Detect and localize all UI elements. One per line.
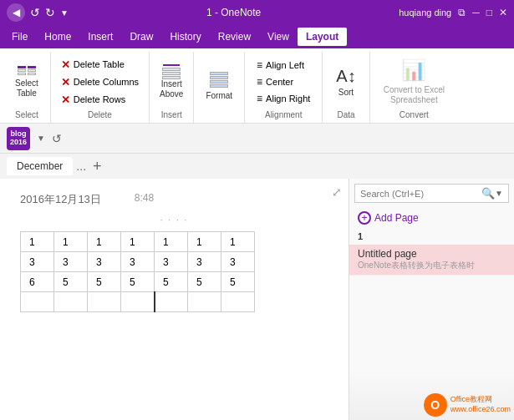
search-input[interactable] [360,189,481,199]
notebook-dropdown-arrow[interactable]: ▼ [37,134,45,143]
tabs-area: December ... + [0,154,514,179]
minimize-button[interactable]: ─ [472,7,480,18]
sort-az-icon: A↕ [336,67,355,85]
delete-rows-x-icon: ✕ [61,94,70,106]
undo-icon[interactable]: ↺ [30,6,40,19]
delete-rows-button[interactable]: ✕ Delete Rows [58,92,142,108]
select-group-content: SelectTable [10,55,43,109]
delete-columns-button[interactable]: ✕ Delete Columns [58,74,142,90]
delete-group-items: ✕ Delete Table ✕ Delete Columns ✕ Delete… [58,57,142,108]
table-cell[interactable]: 3 [21,252,54,272]
alignment-group-label: Alignment [265,109,302,119]
search-bar: 🔍 ▼ [354,184,509,203]
date-time-row: 2016年12月13日 8:48 [7,185,342,215]
select-table-button[interactable]: SelectTable [10,63,43,102]
menu-layout[interactable]: Layout [298,28,347,46]
add-circle-icon: + [358,211,371,225]
table-cell[interactable] [188,292,221,312]
table-cell[interactable]: 5 [121,272,155,292]
format-group-content: Format [201,55,237,118]
menu-insert[interactable]: Insert [79,28,121,46]
table-cell[interactable]: 1 [221,232,255,252]
search-dropdown-arrow[interactable]: ▼ [495,189,503,198]
add-page-button[interactable]: + Add Page [349,208,514,228]
add-tab-button[interactable]: + [93,158,102,175]
december-tab[interactable]: December [7,157,73,175]
table-cell[interactable]: 5 [188,272,221,292]
menu-draw[interactable]: Draw [121,28,161,46]
align-center-icon: ≡ [257,76,262,88]
insert-above-label: InsertAbove [160,79,183,99]
notebook-label: blog2016 [10,130,27,147]
table-cell[interactable]: 1 [155,232,188,252]
format-label: Format [206,91,232,101]
table-cell[interactable] [88,292,121,312]
table-cell[interactable]: 3 [121,252,155,272]
delete-columns-label: Delete Columns [74,77,139,87]
convert-to-excel-button[interactable]: 📊 Convert to ExcelSpreadsheet [377,55,451,109]
align-right-button[interactable]: ≡ Align Right [252,91,315,106]
table-cell[interactable]: 3 [88,252,121,272]
table-cell[interactable]: 1 [54,232,88,252]
page-title: Untitled page [358,248,506,260]
table-cell[interactable] [221,292,255,312]
convert-group-label: Convert [399,109,429,119]
right-panel: 🔍 ▼ + Add Page 1 Untitled page OneNote表格… [349,179,514,420]
quick-access-dropdown[interactable]: ▼ [60,8,69,18]
add-page-label: Add Page [374,212,419,224]
menu-view[interactable]: View [259,28,298,46]
title-bar-left: ◀ ↺ ↻ ▼ [7,3,69,22]
window-box-icon[interactable]: ⧉ [458,7,466,18]
table-cell[interactable]: 6 [21,272,54,292]
page-table[interactable]: 111111133333336555555 [20,231,255,312]
table-cell[interactable]: 1 [88,232,121,252]
main-content: ⤢ 2016年12月13日 8:48 · · · · 1111111333333… [0,179,514,420]
undo-notebook-icon[interactable]: ↺ [52,132,62,145]
delete-group-content: ✕ Delete Table ✕ Delete Columns ✕ Delete… [58,55,142,109]
table-cell[interactable]: 5 [54,272,88,292]
table-cell[interactable]: 1 [121,232,155,252]
delete-rows-label: Delete Rows [74,94,125,104]
expand-icon[interactable]: ⤢ [332,185,342,199]
align-left-button[interactable]: ≡ Align Left [252,58,315,73]
align-center-button[interactable]: ≡ Center [252,74,315,89]
menu-review[interactable]: Review [210,28,259,46]
menu-file[interactable]: File [3,28,36,46]
menu-home[interactable]: Home [36,28,79,46]
table-cell[interactable]: 3 [54,252,88,272]
align-right-label: Align Right [266,94,310,104]
close-button[interactable]: ✕ [499,7,507,18]
table-cell[interactable]: 3 [221,252,255,272]
user-name: huqiang ding [399,8,451,18]
table-cell[interactable]: 3 [188,252,221,272]
table-cell[interactable]: 5 [88,272,121,292]
table-cell[interactable] [21,292,54,312]
table-cell[interactable] [155,292,188,312]
list-item[interactable]: Untitled page OneNote表格转换为电子表格时 [349,245,514,276]
page-list: 1 Untitled page OneNote表格转换为电子表格时 [349,228,514,370]
align-center-label: Center [266,77,293,87]
sort-button[interactable]: A↕ Sort [329,63,362,101]
table-cell[interactable]: 1 [21,232,54,252]
more-tabs-button[interactable]: ... [76,159,86,173]
table-cell[interactable] [54,292,88,312]
back-button[interactable]: ◀ [7,3,25,22]
redo-icon[interactable]: ↻ [45,6,55,19]
menu-history[interactable]: History [161,28,209,46]
format-button[interactable]: Format [201,68,237,104]
ribbon-group-alignment: ≡ Align Left ≡ Center ≡ Align Right Alig… [245,52,323,123]
table-cell[interactable]: 5 [221,272,255,292]
table-cell[interactable] [121,292,155,312]
table-cell[interactable]: 1 [188,232,221,252]
table-cell[interactable]: 5 [155,272,188,292]
insert-above-button[interactable]: InsertAbove [156,63,186,101]
table-cell[interactable]: 3 [155,252,188,272]
delete-table-x-icon: ✕ [61,58,70,71]
search-icon[interactable]: 🔍 [481,187,495,200]
excel-icon: 📊 [401,58,426,81]
title-bar: ◀ ↺ ↻ ▼ 1 - OneNote huqiang ding ⧉ ─ □ ✕ [0,0,514,25]
maximize-button[interactable]: □ [486,7,492,18]
ribbon-group-select: SelectTable Select [3,52,51,123]
delete-table-button[interactable]: ✕ Delete Table [58,57,142,73]
title-bar-right: huqiang ding ⧉ ─ □ ✕ [399,7,507,18]
